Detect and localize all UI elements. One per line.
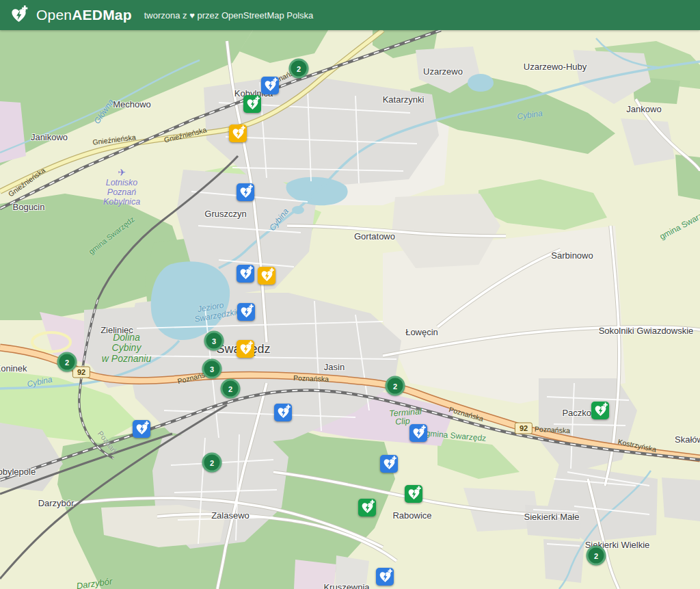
aed-marker-blue[interactable]: [376, 568, 394, 586]
place-label: Mechowo: [113, 99, 151, 109]
aed-cluster-marker[interactable]: 2: [386, 376, 405, 396]
airport-label-line: Lotnisko: [103, 178, 140, 187]
place-label: Uzarzewo: [423, 66, 463, 77]
boundary-area-label: gmina Swarzędz: [425, 428, 487, 443]
aed-marker-yellow[interactable]: [229, 125, 247, 142]
road-name-label: Gnieźnieńska: [7, 166, 47, 198]
airport-label-line: Poznań: [103, 187, 140, 197]
place-label: Gruszczyn: [204, 209, 246, 219]
airport-label-line: Kobylnica: [103, 197, 140, 207]
nature-area-label: Dolina: [113, 332, 140, 343]
aed-marker-blue[interactable]: [237, 303, 255, 321]
app-title[interactable]: OpenAEDMap: [36, 7, 132, 23]
water-label: Cybina: [267, 207, 291, 233]
road-name-label: Gnieźnieńska: [92, 133, 137, 146]
place-label: Skałów: [675, 434, 700, 445]
aed-cluster-marker[interactable]: 3: [204, 331, 224, 351]
brand-bold: AEDMap: [72, 7, 132, 23]
faint-area-label: Poznań: [96, 430, 118, 455]
place-label: Katarzynki: [383, 94, 425, 105]
aed-cluster-marker[interactable]: 2: [57, 352, 77, 372]
place-label: Kobylepole: [0, 467, 36, 477]
water-label: Swarzędzkie: [193, 306, 241, 324]
aed-cluster-marker[interactable]: 2: [289, 59, 309, 79]
place-label: Siekierki Małe: [524, 512, 580, 522]
place-label: Gortatowo: [354, 231, 395, 241]
place-label: Jasin: [324, 362, 345, 372]
nature-area-label: Cybiny: [112, 342, 142, 353]
boundary-area-label: gmina Swarzędz: [658, 205, 700, 241]
aed-marker-green[interactable]: [358, 499, 376, 516]
nature-area-label: Terminal: [389, 406, 422, 418]
openaedmap-logo-icon[interactable]: [10, 6, 28, 25]
openaedmap-app: MechowoJanikowoBogucinKobylnicaKatarzynk…: [0, 0, 700, 589]
brand-regular: Open: [36, 7, 72, 23]
nature-area-label: w Poznaniu: [102, 353, 151, 364]
road-name-label: Poznańska: [535, 425, 571, 435]
aed-marker-yellow[interactable]: [237, 340, 254, 358]
water-label: Główna: [92, 97, 116, 125]
aed-cluster-marker[interactable]: 2: [202, 453, 222, 473]
place-label: Zalasewo: [211, 510, 250, 521]
place-label: Darzybór: [38, 498, 75, 508]
boundary-area-label: gmina Swarzędz: [87, 215, 135, 256]
aed-cluster-marker[interactable]: 2: [221, 379, 241, 399]
road-ref-badge: 92: [72, 367, 90, 378]
aed-marker-blue[interactable]: [237, 183, 254, 201]
aed-marker-blue[interactable]: [261, 77, 279, 94]
aed-cluster-marker[interactable]: 2: [587, 546, 606, 566]
aed-marker-blue[interactable]: [237, 265, 254, 283]
place-label: Sarbinowo: [551, 250, 593, 261]
road-name-label: Poznańska: [448, 405, 484, 423]
nature-area-label: Darzybór: [76, 576, 113, 589]
place-label: Kruszewnia: [323, 582, 369, 589]
header-tagline: tworzona z ♥ przez OpenStreetMap Polska: [144, 10, 314, 21]
water-label: Cybina: [26, 374, 53, 389]
water-label: Jezioro: [197, 300, 225, 315]
place-label: Uzarzewo-Huby: [524, 62, 587, 72]
place-label: Koninek: [0, 363, 27, 374]
water-label: Cybina: [517, 108, 543, 121]
plane-icon: ✈: [103, 168, 140, 177]
aed-marker-blue[interactable]: [133, 420, 150, 438]
aed-marker-blue[interactable]: [274, 404, 292, 421]
place-label: Sokolniki Gwiazdowskie: [599, 326, 694, 336]
road-ref-badge: 92: [515, 423, 533, 434]
place-label: Jankowo: [626, 104, 661, 114]
aed-marker-green[interactable]: [405, 485, 422, 503]
aed-marker-green[interactable]: [591, 402, 609, 419]
place-label: Łowęcin: [405, 327, 438, 337]
aed-marker-blue[interactable]: [409, 424, 427, 442]
road-name-label: Poznańska: [293, 374, 329, 383]
place-label: Zieliniec: [100, 325, 133, 335]
aed-marker-green[interactable]: [243, 95, 261, 113]
place-label: Rabowice: [392, 510, 431, 521]
road-name-label: Gnieźnieńska: [163, 125, 208, 144]
aed-marker-yellow[interactable]: [258, 267, 275, 285]
app-header: OpenAEDMap tworzona z ♥ przez OpenStreet…: [0, 0, 700, 30]
map-overlay: MechowoJanikowoBogucinKobylnicaKatarzynk…: [0, 0, 700, 589]
place-label: Janikowo: [31, 132, 68, 142]
nature-area-label: Clip: [395, 416, 410, 426]
aed-marker-blue[interactable]: [380, 455, 398, 473]
airport-label: ✈LotniskoPoznańKobylnica: [103, 168, 140, 207]
road-name-label: Kostrzyńska: [617, 437, 657, 454]
place-label: Bogucin: [13, 202, 45, 212]
aed-cluster-marker[interactable]: 3: [202, 359, 222, 379]
